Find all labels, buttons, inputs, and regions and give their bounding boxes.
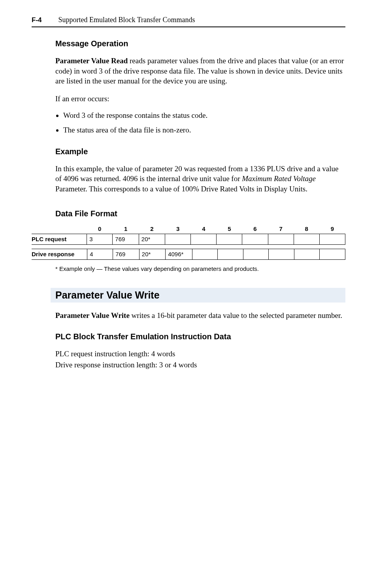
table-row: Drive response 4 769 20* 4096* <box>32 249 345 259</box>
term-parameter-value-write: Parameter Value Write <box>55 311 130 320</box>
row-label: PLC request <box>32 234 87 244</box>
table-cell <box>243 249 269 259</box>
para-if-error: If an error occurs: <box>55 94 345 104</box>
table-header-row: 0 1 2 3 4 5 6 7 8 9 <box>32 224 345 234</box>
col-header: 3 <box>165 224 191 234</box>
page-header: F-4 Supported Emulated Block Transfer Co… <box>32 16 345 27</box>
col-header: 2 <box>139 224 165 234</box>
line-plc-request-length: PLC request instruction length: 4 words <box>55 349 345 359</box>
col-header: 1 <box>113 224 139 234</box>
table-cell <box>191 234 217 244</box>
data-file-table-response: Drive response 4 769 20* 4096* <box>32 249 345 260</box>
table-cell <box>242 234 268 244</box>
table-cell <box>320 249 345 259</box>
para-example-b: Parameter. This corresponds to a value o… <box>55 185 307 193</box>
table-cell: 20* <box>139 234 165 244</box>
data-file-table-request: 0 1 2 3 4 5 6 7 8 9 PLC request 3 769 20… <box>32 224 345 245</box>
table-cell <box>294 234 319 244</box>
para-example: In this example, the value of parameter … <box>55 164 345 194</box>
table-row: PLC request 3 769 20* <box>32 234 345 244</box>
col-header: 5 <box>217 224 242 234</box>
table-cell <box>218 249 243 259</box>
heading-example: Example <box>55 147 345 156</box>
para-example-italic: Maximum Rated Voltage <box>242 174 316 183</box>
heading-message-operation: Message Operation <box>55 39 345 48</box>
page-number: F-4 <box>32 16 42 24</box>
col-header: 6 <box>242 224 268 234</box>
row-label: Drive response <box>32 249 87 259</box>
col-header: 9 <box>319 224 345 234</box>
heading-plc-block-transfer: PLC Block Transfer Emulation Instruction… <box>55 332 345 341</box>
table-cell <box>319 234 345 244</box>
table-cell <box>268 234 294 244</box>
table-cell: 3 <box>87 234 113 244</box>
col-header: 8 <box>294 224 319 234</box>
table-footnote: * Example only — These values vary depen… <box>55 265 345 272</box>
line-drive-response-length: Drive response instruction length: 3 or … <box>55 360 345 370</box>
heading-data-file-format: Data File Format <box>55 209 345 218</box>
bullet-item: Word 3 of the response contains the stat… <box>63 110 345 121</box>
col-header: 0 <box>87 224 113 234</box>
error-bullet-list: Word 3 of the response contains the stat… <box>55 110 345 135</box>
col-header: 4 <box>191 224 217 234</box>
para-message-operation: Parameter Value Read reads parameter val… <box>55 56 345 86</box>
table-cell: 20* <box>139 249 165 259</box>
para-parameter-value-write-body: writes a 16-bit parameter data value to … <box>130 311 342 320</box>
table-cell <box>192 249 218 259</box>
para-parameter-value-write: Parameter Value Write writes a 16-bit pa… <box>55 310 345 321</box>
section-band-parameter-value-write: Parameter Value Write <box>51 288 345 303</box>
bullet-item: The status area of the data file is non-… <box>63 125 345 135</box>
table-cell <box>217 234 242 244</box>
header-title: Supported Emulated Block Transfer Comman… <box>58 16 195 24</box>
table-cell: 4096* <box>166 249 192 259</box>
table-cell <box>294 249 320 259</box>
table-cell <box>269 249 294 259</box>
table-cell: 769 <box>113 234 139 244</box>
col-header: 7 <box>268 224 294 234</box>
table-cell: 4 <box>87 249 113 259</box>
table-cell: 769 <box>113 249 139 259</box>
table-cell <box>165 234 191 244</box>
term-parameter-value-read: Parameter Value Read <box>55 57 128 65</box>
